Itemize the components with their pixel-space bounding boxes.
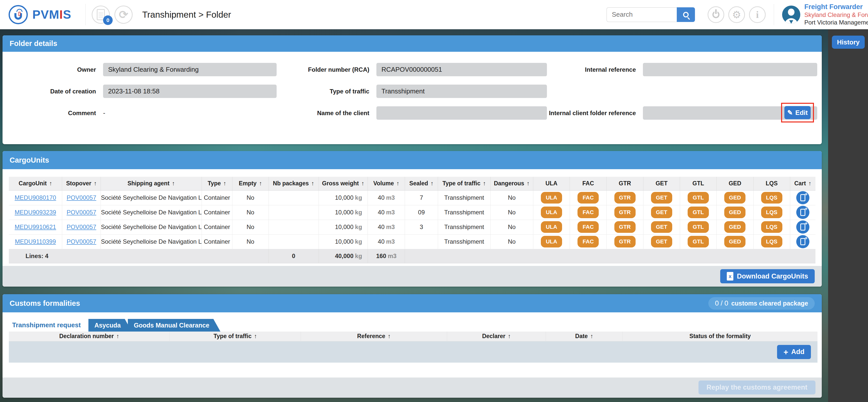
column-header-cart[interactable]: Cart↑ <box>790 177 815 191</box>
column-label: ULA <box>546 180 557 187</box>
sort-asc-icon: ↑ <box>508 333 511 339</box>
column-label: Gross weight <box>322 180 359 187</box>
cargounit-link[interactable]: MEDU9093239 <box>14 209 56 215</box>
column-header-type-of-traffic[interactable]: Type of traffic↑ <box>170 332 301 341</box>
column-header-gross-weight[interactable]: Gross weight↑ <box>318 177 368 191</box>
gtl-badge[interactable]: GTL <box>688 236 709 247</box>
cart-add-button[interactable] <box>796 191 809 204</box>
fac-badge[interactable]: FAC <box>578 236 599 247</box>
ula-badge[interactable]: ULA <box>541 236 562 247</box>
cargounit-link[interactable]: MEDU9080170 <box>14 194 56 201</box>
fac-badge[interactable]: FAC <box>578 192 599 203</box>
column-header-declaration-number[interactable]: Declaration number↑ <box>9 332 170 341</box>
user-role: Freight Forwarder <box>804 3 868 11</box>
cargounit-link[interactable]: MEDU9110399 <box>15 238 56 245</box>
documents-queue-button[interactable]: 0 <box>92 5 110 24</box>
refresh-button[interactable]: ⟳ <box>115 5 133 24</box>
ula-badge[interactable]: ULA <box>541 221 562 233</box>
search-input[interactable] <box>607 7 677 22</box>
lqs-badge[interactable]: LQS <box>761 221 782 233</box>
table-cell: No <box>232 205 269 220</box>
stopover-link[interactable]: POV00057 <box>67 224 96 230</box>
pvmis-logo-icon[interactable] <box>8 5 28 24</box>
add-to-cart-icon <box>800 224 805 231</box>
gtr-badge[interactable]: GTR <box>614 192 636 203</box>
gtr-badge[interactable]: GTR <box>614 221 636 233</box>
column-header-stopover[interactable]: Stopover↑ <box>62 177 101 191</box>
get-badge[interactable]: GET <box>651 236 672 247</box>
table-cell <box>405 234 438 249</box>
gtl-badge[interactable]: GTL <box>688 192 709 203</box>
column-header-volume[interactable]: Volume↑ <box>368 177 405 191</box>
search-button[interactable] <box>677 7 695 22</box>
column-label: FAC <box>582 180 594 187</box>
get-badge[interactable]: GET <box>651 221 672 233</box>
fac-badge[interactable]: FAC <box>578 221 599 233</box>
column-label: Reference <box>357 333 385 339</box>
tab-transhipment-request[interactable]: Transhipment request <box>12 321 81 332</box>
column-header-empty[interactable]: Empty↑ <box>232 177 269 191</box>
table-cell: MEDU9110399 <box>9 234 62 249</box>
lqs-badge[interactable]: LQS <box>761 192 782 203</box>
table-cell: GED <box>717 234 753 249</box>
column-header-sealed[interactable]: Sealed↑ <box>405 177 438 191</box>
tab-asycuda[interactable]: Asycuda <box>88 319 132 332</box>
ula-badge[interactable]: ULA <box>541 192 562 203</box>
ula-badge[interactable]: ULA <box>541 207 562 218</box>
cell-value: 10,000 <box>335 194 353 201</box>
gtr-badge[interactable]: GTR <box>614 207 636 218</box>
stopover-link[interactable]: POV00057 <box>67 209 96 215</box>
cart-add-button[interactable] <box>796 206 809 219</box>
column-header-dangerous[interactable]: Dangerous↑ <box>490 177 533 191</box>
user-box[interactable]: Freight Forwarder Skyland Clearing & For… <box>782 3 868 27</box>
ged-badge[interactable]: GED <box>724 192 745 203</box>
history-button[interactable]: History <box>832 36 865 49</box>
column-header-declarer[interactable]: Declarer↑ <box>447 332 546 341</box>
table-cell: No <box>490 220 533 234</box>
table-cell: POV00057 <box>62 191 101 205</box>
column-header-reference[interactable]: Reference↑ <box>301 332 447 341</box>
settings-button[interactable]: ⚙ <box>728 6 745 23</box>
cart-add-button[interactable] <box>796 235 809 248</box>
gtl-badge[interactable]: GTL <box>688 221 709 233</box>
column-header-cargounit[interactable]: CargoUnit↑ <box>9 177 62 191</box>
cart-add-button[interactable] <box>796 221 809 234</box>
stopover-link[interactable]: POV00057 <box>67 238 96 245</box>
date-of-creation-field: 2023-11-08 18:58 <box>103 85 277 98</box>
table-cell <box>269 191 318 205</box>
logout-button[interactable] <box>708 6 724 23</box>
info-button[interactable]: i <box>749 6 766 23</box>
table-cell <box>790 220 815 234</box>
gtr-badge[interactable]: GTR <box>614 236 636 247</box>
ged-badge[interactable]: GED <box>724 236 745 247</box>
sort-asc-icon: ↑ <box>311 180 314 187</box>
column-header-nb-packages[interactable]: Nb packages↑ <box>269 177 318 191</box>
table-cell: Transshipment <box>438 220 491 234</box>
column-header-date[interactable]: Date↑ <box>546 332 622 341</box>
cell-value: 40 <box>378 194 385 201</box>
column-header-type-of-traffic[interactable]: Type of traffic↑ <box>438 177 491 191</box>
get-badge[interactable]: GET <box>651 207 672 218</box>
column-header-type[interactable]: Type↑ <box>202 177 232 191</box>
lqs-badge[interactable]: LQS <box>761 236 782 247</box>
tab-goods-manual-clearance[interactable]: Goods Manual Clearance <box>128 319 220 332</box>
ged-badge[interactable]: GED <box>724 207 745 218</box>
column-label: Nb packages <box>273 180 309 187</box>
stopover-link[interactable]: POV00057 <box>67 194 96 201</box>
brand: PVMIS <box>0 5 85 24</box>
ged-badge[interactable]: GED <box>724 221 745 233</box>
edit-button[interactable]: ✎ Edit <box>784 106 811 119</box>
add-formality-button[interactable]: + Add <box>777 345 811 359</box>
lqs-badge[interactable]: LQS <box>761 207 782 218</box>
cargounit-link[interactable]: MEDU9910621 <box>14 224 56 230</box>
get-badge[interactable]: GET <box>651 192 672 203</box>
column-header-gtr: GTR <box>607 177 643 191</box>
download-cargounits-button[interactable]: x Download CargoUnits <box>720 269 815 283</box>
fac-badge[interactable]: FAC <box>578 207 599 218</box>
gtl-badge[interactable]: GTL <box>688 207 709 218</box>
internal-reference-label: Internal reference <box>547 66 643 73</box>
table-cell: Société Seychelloise De Navigation Ltd <box>101 205 202 220</box>
table-cell: FAC <box>570 191 607 205</box>
replay-customs-agreement-button[interactable]: Replay the customs agreement <box>699 380 815 395</box>
column-header-shipping-agent[interactable]: Shipping agent↑ <box>101 177 202 191</box>
